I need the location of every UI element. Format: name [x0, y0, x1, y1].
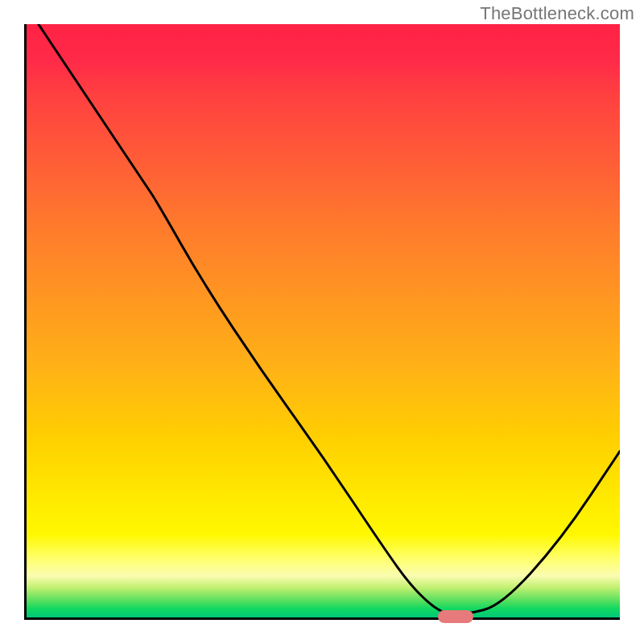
plot-area — [24, 24, 620, 620]
optimal-marker — [438, 610, 473, 623]
data-curve — [27, 24, 620, 617]
watermark-text: TheBottleneck.com — [480, 3, 634, 24]
chart-container: TheBottleneck.com — [0, 0, 644, 644]
